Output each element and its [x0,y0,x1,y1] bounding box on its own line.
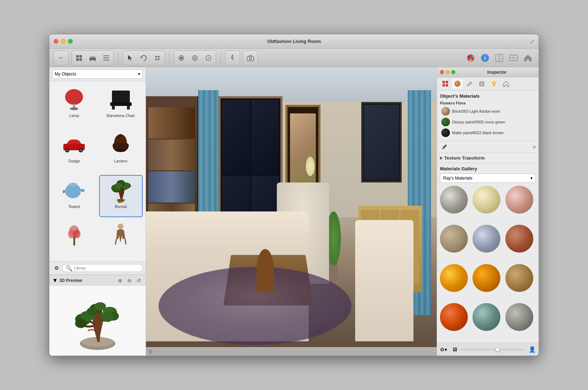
inspector-maximize-button[interactable] [451,70,455,74]
bonsai-preview-svg [65,289,130,353]
swatch-gray-texture[interactable] [505,303,533,331]
object-icon-chair [107,87,135,112]
record-button[interactable] [175,52,188,64]
footer-icon-left[interactable]: 🖼 [451,346,459,353]
sidebar-header: My Objects ▾ [49,67,146,81]
preview-header[interactable]: ▼ 3D Preview ⊕ ⊖ ↺ [49,275,146,286]
cursor-button[interactable] [124,52,137,64]
swatch-brown-damask[interactable] [440,225,468,253]
inspector-footer: ⚙▾ 🖼 👤 [437,343,539,356]
swatch-rust-texture[interactable] [505,225,533,253]
svg-point-38 [70,107,78,110]
inspector-title: Inspector [458,70,536,75]
search-input[interactable] [74,266,139,270]
gallery-dropdown[interactable]: Ray's Materials ▾ [440,174,536,183]
object-icon-flowers [60,223,88,248]
svg-rect-41 [110,102,132,106]
play-button[interactable] [188,52,201,64]
swatch-gray-floral[interactable] [440,186,468,214]
svg-line-65 [116,239,116,244]
tab-light[interactable] [489,79,499,89]
objects-grid: Lamp Barselona Chair [49,81,146,261]
transform-button[interactable] [151,52,164,64]
object-item-lamp[interactable]: Lamp [52,84,96,127]
menu-dots-button[interactable]: ≡ [533,144,536,150]
info-button[interactable]: i [479,52,491,64]
swatch-blue-argyle[interactable] [472,225,500,253]
svg-rect-50 [119,134,122,137]
material-item-brick[interactable]: Brick/003 Light Adobe-work [440,106,536,117]
inspector-close-button[interactable] [440,70,444,74]
svg-point-59 [117,199,125,201]
sidebar: My Objects ▾ Lamp [49,67,146,356]
maximize-button[interactable] [68,39,73,44]
viewport[interactable]: ||| [146,67,437,356]
slider-thumb[interactable] [495,347,500,352]
tab-home[interactable] [501,79,511,89]
reset-view-button[interactable]: ↺ [135,277,143,284]
search-gear-button[interactable]: ⚙ [52,264,61,272]
close-button[interactable] [54,39,58,44]
search-input-wrapper[interactable]: 🔍 [62,264,143,272]
swatch-orange-medium[interactable] [472,264,500,292]
svg-rect-6 [90,60,91,61]
back-button[interactable]: ← [55,52,68,64]
inspector-window-controls [440,70,455,74]
separator-2 [169,53,170,63]
svg-point-58 [115,183,122,189]
object-item-lantern[interactable]: Lantern [99,130,143,172]
stop-button[interactable] [202,52,215,64]
object-item-teapot[interactable]: Teapot [52,175,96,218]
tab-material[interactable] [452,79,463,89]
minimize-button[interactable] [61,39,65,44]
inspector-minimize-button[interactable] [446,70,450,74]
svg-rect-40 [112,91,130,103]
swatch-cream-floral[interactable] [472,186,500,214]
eyedropper-button[interactable] [440,143,449,151]
swatch-wood-texture[interactable] [505,264,533,292]
objects-dropdown[interactable]: My Objects ▾ [52,69,143,79]
object-item-flowers[interactable] [52,220,96,258]
svg-rect-0 [76,55,79,58]
tab-camera[interactable] [476,79,487,89]
rotate-button[interactable] [137,52,150,64]
swatch-teal-diamond[interactable] [472,303,500,331]
object-item-bonsai[interactable]: Bonsai [99,175,143,218]
object-item-dodge[interactable]: Dodge [52,130,96,172]
svg-line-66 [125,239,126,244]
zoom-in-button[interactable]: ⊕ [116,277,124,284]
svg-point-27 [472,55,474,58]
furniture-button[interactable] [86,52,99,64]
svg-rect-7 [94,60,95,61]
swatch-orange-red[interactable] [440,303,468,331]
svg-point-36 [65,89,83,105]
svg-rect-23 [247,57,254,61]
material-item-matte[interactable]: Matte paint/8022 black brown [440,127,536,138]
list-button[interactable] [100,52,113,64]
swatch-red-floral[interactable] [505,186,533,214]
footer-person-button[interactable]: 👤 [529,346,536,353]
tab-objects[interactable] [440,79,451,89]
footer-gear-button[interactable]: ⚙▾ [440,347,447,352]
texture-transform-section[interactable]: Texture Transform [437,153,539,163]
material-swatch-glossy [441,118,450,126]
zoom-out-button[interactable]: ⊖ [126,277,133,284]
walk-button[interactable] [226,52,239,64]
slider-track[interactable] [460,349,524,350]
tab-edit[interactable] [464,79,475,89]
object-label-lantern: Lantern [114,159,127,163]
swatch-orange-bright[interactable] [440,264,468,292]
svg-point-48 [80,149,82,151]
layout-button[interactable] [493,52,506,64]
palette-button[interactable] [464,52,477,64]
object-item-figure[interactable] [99,220,143,258]
object-label-dodge: Dodge [68,159,80,163]
toolbar: ← [49,49,539,67]
material-item-glossy[interactable]: Glossy paint/6005 moss green [440,117,536,127]
floorplan-button[interactable] [507,52,520,64]
materials-section-title: Object's Materials [440,93,536,99]
camera-button[interactable] [244,52,257,64]
object-item-chair[interactable]: Barselona Chair [99,84,143,127]
objects-button[interactable] [73,52,85,64]
home-button[interactable] [521,52,534,64]
